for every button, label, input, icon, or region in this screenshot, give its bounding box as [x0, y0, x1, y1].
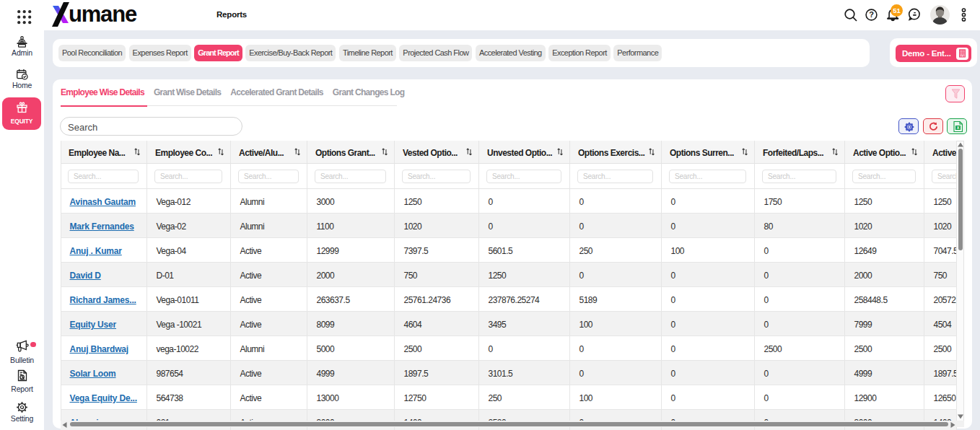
svg-text:X: X — [957, 126, 960, 130]
svg-text:?: ? — [869, 10, 874, 19]
